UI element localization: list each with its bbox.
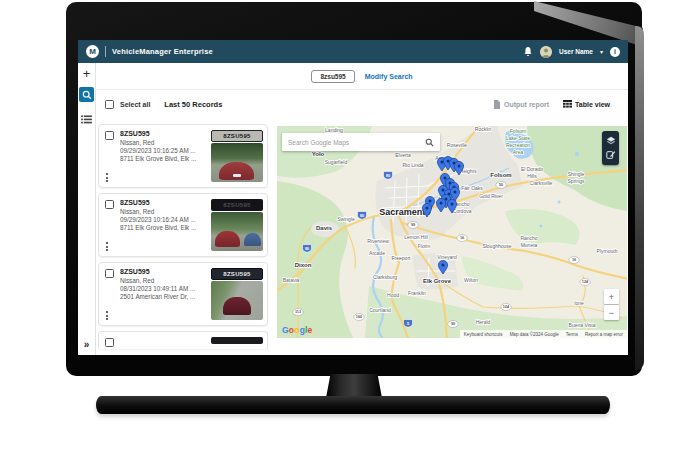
- svg-text:99: 99: [411, 223, 415, 227]
- table-view-button[interactable]: Table view: [563, 100, 610, 108]
- app-header: M VehicleManager Enterprise User Name ▾ …: [78, 40, 628, 63]
- record-checkbox[interactable]: [105, 338, 114, 347]
- map-label: Sugarfield: [325, 159, 348, 165]
- record-datetime: 09/29/2023 10:16:25 AM ...: [120, 147, 208, 155]
- monitor-stand-base: [96, 396, 610, 414]
- google-map[interactable]: LandingYoloSugarfieldElvertaRio LindaAnt…: [277, 126, 627, 338]
- map-label: El Dorado: [521, 166, 543, 172]
- add-button[interactable]: +: [83, 69, 91, 79]
- map-search-placeholder: Search Google Maps: [288, 139, 425, 146]
- map-attribution-item[interactable]: Report a map error: [585, 332, 623, 337]
- map-label: Murieta: [521, 242, 538, 248]
- search-tool-button[interactable]: [79, 87, 94, 102]
- road-shield: 5: [404, 320, 413, 328]
- plate-image[interactable]: 8ZSU595: [211, 199, 263, 211]
- tool-sidebar: + »: [78, 63, 96, 355]
- map-attribution-item[interactable]: Map data ©2024 Google: [510, 332, 559, 337]
- monitor-right-edge: [635, 26, 644, 370]
- info-icon[interactable]: i: [610, 47, 620, 57]
- road-shield: 99: [448, 321, 458, 328]
- svg-text:113: 113: [295, 310, 301, 314]
- page: M VehicleManager Enterprise User Name ▾ …: [0, 0, 690, 450]
- zoom-in-button[interactable]: +: [604, 289, 619, 304]
- map-label: Hood: [387, 292, 399, 298]
- svg-text:5: 5: [407, 322, 409, 326]
- kebab-menu-icon[interactable]: [106, 311, 108, 321]
- map-label: Plymouth: [597, 248, 618, 254]
- map-label: Batavia: [283, 277, 300, 283]
- records-count-title: Last 50 Records: [164, 100, 222, 109]
- map-label: Elverta: [395, 152, 411, 158]
- record-checkbox[interactable]: [105, 269, 114, 278]
- search-term-chip[interactable]: 8zsu595: [311, 70, 354, 83]
- vehicle-photo[interactable]: [211, 143, 263, 182]
- record-checkbox[interactable]: [105, 200, 114, 209]
- list-tool-button[interactable]: [81, 110, 92, 128]
- plate-image[interactable]: 8ZSU595: [211, 130, 263, 142]
- map-label: Clarksville: [530, 180, 553, 186]
- record-vehicle: Nissan, Red: [120, 277, 208, 285]
- svg-text:99: 99: [451, 322, 455, 326]
- map-label: Florin: [418, 243, 431, 249]
- map-label: Freeport: [392, 255, 412, 261]
- record-checkbox[interactable]: [105, 131, 114, 140]
- road-shield: 124: [580, 279, 590, 286]
- record-vehicle: Nissan, Red: [120, 139, 208, 147]
- google-logo-letter: e: [308, 325, 313, 335]
- bell-icon[interactable]: [523, 43, 533, 61]
- vehicle-photo[interactable]: [211, 281, 263, 320]
- map-panel[interactable]: LandingYoloSugarfieldElvertaRio LindaAnt…: [277, 126, 627, 338]
- map-label: Fair Oaks: [461, 185, 483, 191]
- svg-text:124: 124: [582, 280, 589, 284]
- map-label: Arcade: [369, 250, 385, 256]
- kebab-menu-icon[interactable]: [106, 173, 108, 183]
- zoom-out-button[interactable]: −: [604, 305, 619, 320]
- svg-text:80: 80: [360, 214, 364, 218]
- map-attribution-item[interactable]: Keyboard shortcuts: [464, 332, 503, 337]
- record-datetime: 08/31/2023 10:49:11 AM ...: [120, 285, 208, 293]
- road-shield: 160: [354, 314, 364, 321]
- chevron-down-icon[interactable]: ▾: [600, 48, 603, 55]
- map-attribution-item[interactable]: Terms: [566, 332, 578, 337]
- draw-icon[interactable]: [606, 150, 616, 160]
- map-search-box[interactable]: Search Google Maps: [282, 133, 440, 151]
- road-shield: 16: [569, 257, 579, 264]
- app-title: VehicleManager Enterprise: [112, 47, 213, 56]
- map-label: Lemon Hill: [404, 234, 428, 240]
- plate-image[interactable]: 8ZSU595: [211, 268, 263, 280]
- plate-image[interactable]: [211, 337, 263, 344]
- select-all-checkbox[interactable]: [105, 100, 114, 109]
- kebab-menu-icon[interactable]: [106, 242, 108, 252]
- modify-search-link[interactable]: Modify Search: [365, 73, 413, 80]
- road-shield: 113: [293, 309, 303, 316]
- avatar[interactable]: [540, 46, 552, 58]
- record-vehicle: Nissan, Red: [120, 208, 208, 216]
- monitor-frame: M VehicleManager Enterprise User Name ▾ …: [66, 2, 642, 376]
- map-attribution: Keyboard shortcutsMap data ©2024 GoogleT…: [460, 330, 627, 338]
- record-card-partial[interactable]: [98, 331, 268, 349]
- map-label: Area: [513, 149, 524, 155]
- svg-text:50: 50: [499, 183, 503, 187]
- map-label: Rancho: [520, 235, 537, 241]
- vehicle-photo[interactable]: [211, 212, 263, 251]
- record-card[interactable]: 8ZSU595 Nissan, Red 09/29/2023 10:16:25 …: [98, 124, 268, 188]
- expand-panel-button[interactable]: »: [84, 339, 90, 350]
- layers-icon[interactable]: [606, 136, 616, 146]
- road-shield: 16: [457, 235, 467, 242]
- road-shield: 99: [408, 222, 418, 229]
- search-summary-row: 8zsu595 Modify Search: [96, 63, 628, 90]
- record-card[interactable]: 8ZSU595 Nissan, Red 08/31/2023 10:49:11 …: [98, 262, 268, 326]
- map-label: Cordova: [453, 208, 472, 214]
- user-name[interactable]: User Name: [559, 48, 593, 55]
- output-report-button[interactable]: Output report: [493, 100, 549, 109]
- map-label: Sloughhouse: [482, 243, 511, 249]
- record-card[interactable]: 8ZSU595 Nissan, Red 09/29/2023 10:16:24 …: [98, 193, 268, 257]
- monitor-stand-neck: [326, 374, 382, 398]
- search-icon[interactable]: [425, 138, 434, 147]
- map-label: Lake State: [506, 135, 530, 141]
- map-label: Roseville: [447, 142, 468, 148]
- map-label: Vineyard: [437, 254, 457, 260]
- map-label: Gold River: [479, 193, 503, 199]
- svg-text:80: 80: [305, 247, 309, 251]
- map-label: Folsom: [490, 172, 511, 178]
